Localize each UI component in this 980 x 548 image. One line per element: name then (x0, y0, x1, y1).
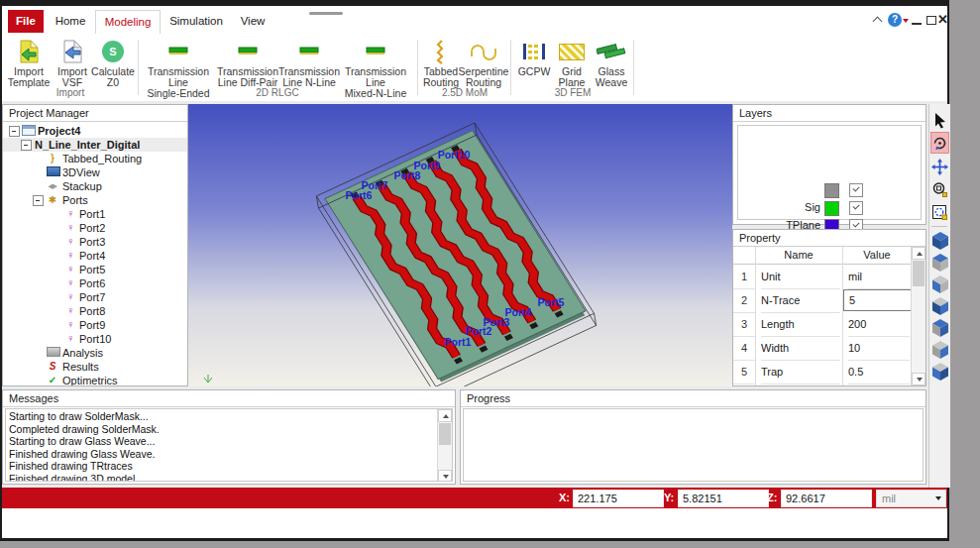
select-tool-button[interactable] (930, 110, 949, 130)
y-coordinate-input[interactable] (678, 490, 769, 507)
tab-simulation[interactable]: Simulation (163, 10, 230, 33)
view-cube-bottom-icon (931, 362, 949, 382)
property-value-cell[interactable]: mil (848, 265, 910, 289)
messages-log[interactable]: Starting to draw SolderMask... Completed… (5, 408, 453, 482)
port-label: Port10 (438, 149, 471, 161)
rotate-tool-button[interactable] (930, 132, 949, 154)
tree-item-tabbed-routing[interactable]: }Tabbed_Routing (3, 152, 187, 165)
pan-tool-button[interactable] (930, 157, 949, 176)
viewport-3d[interactable]: Port1 Port2 Port3 Port4 Port5 Port6 Port… (188, 104, 732, 386)
tab-view[interactable]: View (232, 10, 273, 33)
ribbon-calculate-z0[interactable]: S Calculate Z0 (89, 38, 137, 88)
scroll-down-arrow[interactable] (912, 373, 926, 385)
ribbon-separator (633, 40, 634, 95)
unit-dropdown[interactable]: mil (876, 490, 946, 507)
property-name-cell[interactable]: Width (761, 336, 840, 361)
ribbon-serpentine-routing[interactable]: Serpentine Routing (458, 38, 509, 88)
scroll-up-arrow[interactable] (438, 409, 452, 422)
tree-item-port9[interactable]: ♀Port9 (3, 318, 187, 332)
z-label: Z: (767, 492, 777, 503)
ribbon-import-vsf[interactable]: Import VSF (52, 38, 93, 88)
z-coordinate-input[interactable] (781, 490, 872, 507)
tree-item-stackup[interactable]: ◆Stackup (3, 179, 187, 193)
view-back-button[interactable] (930, 318, 949, 338)
tree-item-port8[interactable]: ♀Port8 (3, 304, 187, 318)
x-coordinate-input[interactable] (573, 490, 664, 507)
property-scrollbar[interactable] (911, 247, 926, 385)
messages-scrollbar[interactable] (437, 409, 452, 482)
column-header-name[interactable]: Name (755, 247, 842, 265)
ribbon-gcpw[interactable]: GCPW (513, 38, 555, 77)
import-template-icon (6, 38, 52, 65)
property-name-cell[interactable]: Trap (761, 360, 840, 384)
close-button[interactable]: ✕ (937, 12, 953, 28)
title-drag-handle[interactable] (309, 12, 343, 15)
ribbon-tl-diff-pair[interactable]: Transmission Line Diff-Pair (214, 38, 281, 88)
tree-item-analysis[interactable]: Analysis (3, 346, 187, 360)
view-iso-button[interactable] (930, 231, 949, 251)
scroll-thumb[interactable] (439, 423, 451, 445)
scroll-thumb[interactable] (913, 261, 925, 286)
tab-modeling[interactable]: Modeling (95, 10, 161, 34)
progress-body (463, 408, 924, 482)
property-value-input[interactable]: 5 (843, 289, 915, 311)
tree-item-3dview[interactable]: 3DView (3, 165, 187, 179)
tree-item-results[interactable]: SResults (3, 360, 187, 374)
tree-item-port5[interactable]: ♀Port5 (3, 263, 187, 276)
tab-home[interactable]: Home (48, 10, 93, 33)
layer-color-swatch[interactable] (824, 201, 839, 216)
layer-visibility-checkbox[interactable] (849, 201, 863, 215)
property-value-cell[interactable]: 10 (848, 336, 910, 361)
ribbon: Import Template Import VSF S Calculate Z… (2, 36, 947, 102)
tree-item-ports[interactable]: ✱Ports (3, 193, 187, 207)
property-name-cell[interactable]: N-Trace (761, 288, 840, 313)
collapse-icon[interactable] (33, 195, 44, 206)
messages-panel: Messages Starting to draw SolderMask... … (2, 389, 456, 485)
port-icon: ♀ (64, 319, 76, 330)
results-icon: S (47, 361, 58, 372)
property-value-cell[interactable]: 200 (848, 312, 910, 337)
property-value-cell[interactable]: 0.5 (848, 360, 910, 384)
ribbon-grid-plane[interactable]: Grid Plane (553, 38, 591, 88)
view-top-button[interactable] (930, 253, 949, 273)
dropdown-arrow-icon (935, 496, 941, 500)
tree-item-port10[interactable]: ♀Port10 (3, 332, 187, 346)
ribbon-collapse-button[interactable] (870, 12, 886, 28)
column-header-value[interactable]: Value (842, 247, 912, 265)
tree-item-port3[interactable]: ♀Port3 (3, 235, 187, 249)
ribbon-import-template[interactable]: Import Template (6, 38, 52, 88)
tree-item-port1[interactable]: ♀Port1 (3, 207, 187, 221)
tree-item-port7[interactable]: ♀Port7 (3, 290, 187, 304)
view-right-button[interactable] (930, 340, 949, 360)
project-tree: Project4 N_Line_Inter_Digital }Tabbed_Ro… (3, 122, 187, 385)
ribbon-tabbed-routing[interactable]: Tabbed Routing (420, 38, 462, 88)
property-name-cell[interactable]: Unit (761, 265, 840, 289)
tree-item-port4[interactable]: ♀Port4 (3, 249, 187, 263)
layer-visibility-checkbox[interactable] (849, 183, 863, 197)
collapse-icon[interactable] (21, 140, 32, 151)
port-label: Port5 (538, 296, 565, 308)
tree-item-port6[interactable]: ♀Port6 (3, 276, 187, 290)
scroll-down-arrow[interactable] (438, 470, 452, 482)
view-front-button[interactable] (930, 296, 949, 316)
tree-item-optimetrics[interactable]: ✓Optimetrics (3, 374, 187, 385)
scroll-up-arrow[interactable] (912, 247, 926, 260)
property-name-cell[interactable]: Length (761, 312, 840, 337)
ribbon-tl-n-line[interactable]: Transmission Line N-Line (277, 38, 341, 88)
property-table: Name Value 1 Unit mil 2 N-Trace 5 3 Leng… (733, 247, 926, 385)
layer-color-swatch[interactable] (824, 183, 839, 198)
view-cube-right-icon (931, 340, 949, 360)
tab-file[interactable]: File (8, 10, 44, 33)
view-left-button[interactable] (930, 274, 949, 294)
ribbon-glass-weave[interactable]: Glass Weave (591, 38, 632, 88)
zoom-window-button[interactable] (930, 179, 949, 199)
zoom-fit-button[interactable] (930, 202, 949, 222)
view-bottom-button[interactable] (930, 362, 949, 382)
tree-item-n-line-inter-digital[interactable]: N_Line_Inter_Digital (3, 138, 187, 152)
tree-item-project4[interactable]: Project4 (3, 124, 187, 138)
port-icon: ♀ (64, 250, 76, 261)
help-button[interactable]: ? (888, 12, 904, 28)
collapse-icon[interactable] (9, 126, 20, 137)
svg-text:S: S (109, 46, 116, 57)
tree-item-port2[interactable]: ♀Port2 (3, 221, 187, 235)
